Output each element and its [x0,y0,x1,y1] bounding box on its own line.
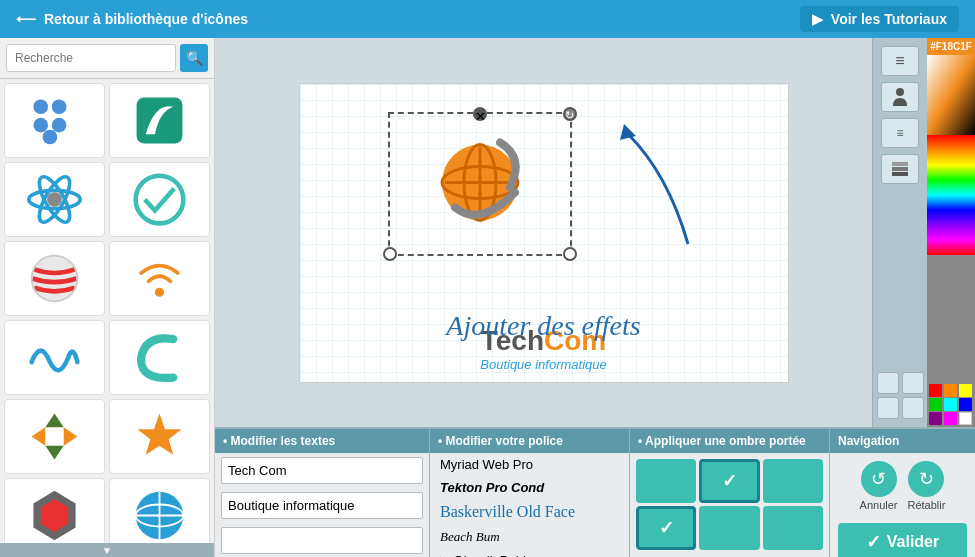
close-handle[interactable]: ✕ [473,107,487,121]
list-item[interactable] [4,241,105,316]
color-swatch[interactable] [944,412,957,425]
list-item[interactable]: Tekton Pro Cond [430,476,629,499]
list-item[interactable] [4,162,105,237]
color-swatch[interactable] [959,398,972,411]
color-swatch[interactable] [929,398,942,411]
validate-button[interactable]: ✓ Valider [838,523,967,557]
icon-leaf [132,93,187,148]
shadow-option-2[interactable] [699,459,759,503]
back-button[interactable]: ⟵ Retour à bibliothèque d'icônes [16,11,248,27]
nav-buttons: ↺ Annuler ↻ Rétablir [830,453,975,519]
color-swatch[interactable] [929,412,942,425]
color-picker-area[interactable] [927,55,975,135]
grid-btn-2[interactable] [902,372,924,394]
icon-arrows [27,409,82,464]
align-center-button[interactable] [881,82,919,112]
person-icon [890,88,910,106]
shadow-option-3[interactable] [763,459,823,503]
icon-check-circle [132,172,187,227]
font-edit-header: Modifier votre police [430,429,629,453]
list-item[interactable] [109,399,210,474]
text-input-1[interactable] [221,457,423,484]
rotate-handle[interactable]: ↻ [563,107,577,121]
list-item[interactable] [109,478,210,543]
back-label: Retour à bibliothèque d'icônes [44,11,248,27]
scroll-down-arrow[interactable]: ▼ [0,543,214,557]
shadow-option-1[interactable] [636,459,696,503]
grid-btn-1[interactable] [877,372,899,394]
color-swatch[interactable] [944,384,957,397]
svg-marker-18 [138,414,182,455]
text-edit-section: Modifier les textes [215,429,430,557]
color-hex-display[interactable]: #F18C1F [927,38,975,55]
undo-icon: ↺ [861,461,897,497]
redo-label: Rétablir [908,499,946,511]
list-item[interactable] [4,478,105,543]
list-item[interactable] [4,320,105,395]
grid-btn-4[interactable] [902,397,924,419]
align-right-button[interactable]: ≡ [881,46,919,76]
design-canvas[interactable]: ✕ ↻ [299,83,789,383]
nav-header: Navigation [830,429,975,453]
color-swatch[interactable] [944,398,957,411]
color-swatches [927,382,975,427]
svg-point-31 [896,88,904,96]
svg-rect-32 [892,172,908,176]
svg-marker-30 [620,124,636,140]
font-list: Myriad Web Pro Tekton Pro Cond Baskervil… [430,453,629,557]
text-align-button[interactable]: ≡ [881,118,919,148]
icon-grid [0,79,214,543]
text-input-3[interactable] [221,527,423,554]
shadow-option-5[interactable] [699,506,759,550]
check-icon: ✓ [866,531,881,553]
align-icon: ≡ [895,52,904,70]
shadow-edit-section: Appliquer une ombre portée [630,429,830,557]
svg-point-10 [136,176,184,224]
color-spectrum[interactable] [927,135,975,255]
list-item[interactable] [109,162,210,237]
resize-bl-handle[interactable] [383,247,397,261]
text-input-row-2 [215,488,429,523]
shadow-option-4[interactable] [636,506,696,550]
svg-marker-15 [45,446,63,460]
font-edit-section: Modifier votre police Myriad Web Pro Tek… [430,429,630,557]
list-item[interactable] [109,320,210,395]
shadow-option-6[interactable] [763,506,823,550]
list-item[interactable] [4,83,105,158]
grid-btn-3[interactable] [877,397,899,419]
list-item[interactable] [4,399,105,474]
layers-button[interactable] [881,154,919,184]
list-item[interactable]: Beach Bum [430,525,629,549]
redo-button[interactable]: ↻ Rétablir [908,461,946,511]
navigation-section: Navigation ↺ Annuler ↻ Rétablir ✓ Valide… [830,429,975,557]
list-item[interactable]: Myriad Web Pro [430,453,629,476]
svg-marker-14 [45,414,63,428]
icon-wave [27,330,82,385]
text-edit-header: Modifier les textes [215,429,429,453]
shadow-header: Appliquer une ombre portée [630,429,829,453]
icon-star [132,409,187,464]
icon-striped-ball [27,251,82,306]
tutorial-button[interactable]: ▶ Voir les Tutoriaux [800,6,959,32]
color-swatch[interactable] [959,384,972,397]
resize-br-handle[interactable] [563,247,577,261]
color-swatch[interactable] [959,412,972,425]
shadow-grid [630,453,829,556]
icon-globe [132,488,187,543]
icon-orbit [27,172,82,227]
logo-element[interactable]: ✕ ↻ [380,104,580,264]
list-item[interactable]: ▶ Qlassik Bold [430,549,629,557]
redo-icon: ↻ [908,461,944,497]
list-item[interactable] [109,83,210,158]
color-swatch[interactable] [929,384,942,397]
icon-hex [27,488,82,543]
search-input[interactable] [6,44,176,72]
svg-marker-16 [32,427,46,445]
undo-button[interactable]: ↺ Annuler [860,461,898,511]
search-bar: 🔍 [0,38,214,79]
search-button[interactable]: 🔍 [180,44,208,72]
list-item[interactable]: Baskerville Old Face [430,499,629,525]
text-input-2[interactable] [221,492,423,519]
back-arrow-icon: ⟵ [16,11,36,27]
list-item[interactable] [109,241,210,316]
